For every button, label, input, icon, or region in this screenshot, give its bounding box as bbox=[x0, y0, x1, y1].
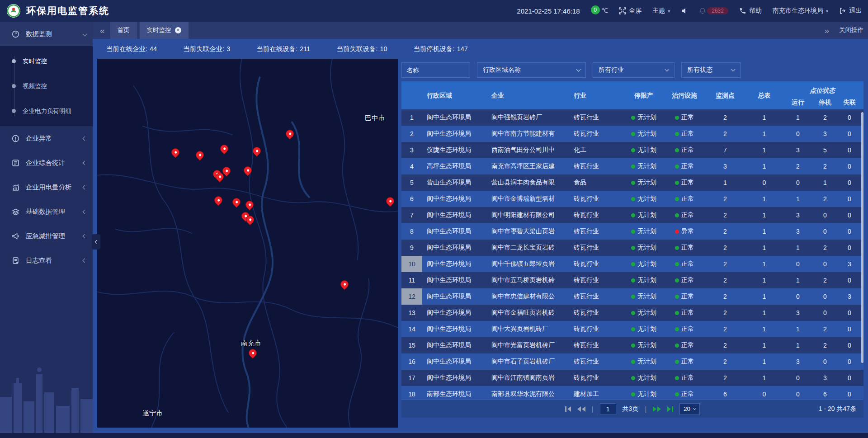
cell-run: 1 bbox=[783, 321, 813, 337]
table-row[interactable]: 9阆中生态环境局阆中市二龙长宝页岩砖砖瓦行业无计划正常21120 bbox=[401, 240, 863, 256]
tabbar-right: » 关闭操作 bbox=[821, 26, 863, 35]
stats-icon bbox=[12, 159, 19, 167]
industry-filter-select[interactable]: 所有行业 bbox=[593, 62, 675, 78]
cell-region: 营山生态环境局 bbox=[422, 174, 487, 191]
sidebar-item-企业用电量分析[interactable]: 企业用电量分析 bbox=[0, 175, 93, 199]
map-marker-icon[interactable] bbox=[253, 147, 261, 155]
tabs-scroll-right-icon[interactable]: » bbox=[821, 26, 832, 35]
map-marker-icon[interactable] bbox=[245, 201, 254, 209]
sidebar-item-数据监测[interactable]: 数据监测 bbox=[0, 22, 93, 46]
sidebar-subitem-企业电力负荷明细[interactable]: 企业电力负荷明细 bbox=[0, 99, 93, 123]
table-row[interactable]: 7阆中生态环境局阆中明阳建材有限公司砖瓦行业无计划正常21300 bbox=[401, 207, 863, 223]
sidebar-subitem-视频监控[interactable]: 视频监控 bbox=[0, 74, 93, 99]
map-marker-icon[interactable] bbox=[214, 196, 222, 204]
org-dropdown[interactable]: 南充市生态环境局 ▾ bbox=[773, 7, 828, 15]
first-page-button[interactable] bbox=[565, 406, 571, 412]
cell-region: 阆中生态环境局 bbox=[422, 207, 487, 223]
table-row[interactable]: 16阆中生态环境局阆中市石子页岩机砖厂砖瓦行业无计划正常21300 bbox=[401, 353, 863, 370]
cell-meter: 1 bbox=[745, 142, 783, 158]
map-marker-icon[interactable] bbox=[286, 130, 294, 138]
stat-label: 当前失联企业: bbox=[183, 45, 224, 52]
sidebar-item-日志查看[interactable]: 日志查看 bbox=[0, 248, 93, 273]
cell-facility: 正常 bbox=[664, 272, 705, 288]
table-row[interactable]: 10阆中生态环境局阆中千佛镇五郎垭页岩砖瓦行业无计划正常21003 bbox=[401, 256, 863, 272]
table-row[interactable]: 15阆中生态环境局阆中市光富页岩机砖厂砖瓦行业无计划正常21120 bbox=[401, 337, 863, 353]
cell-meter: 1 bbox=[745, 353, 783, 370]
sidebar-item-企业综合统计[interactable]: 企业综合统计 bbox=[0, 151, 93, 175]
table-scrollbar[interactable] bbox=[861, 112, 863, 363]
chevron-down-icon bbox=[576, 67, 581, 72]
table-row[interactable]: 5营山生态环境局营山县润丰肉食品有限食品无计划正常10010 bbox=[401, 174, 863, 191]
theme-dropdown[interactable]: 主题 ▾ bbox=[652, 7, 670, 15]
cell-num: 18 bbox=[401, 386, 422, 400]
cell-lost: 0 bbox=[837, 386, 862, 400]
prev-page-button[interactable] bbox=[577, 406, 585, 412]
table-row[interactable]: 18南部生态环境局南部县双华水泥有限公建材加工无计划正常60060 bbox=[401, 386, 863, 400]
map-marker-icon[interactable] bbox=[340, 280, 349, 288]
cell-company: 营山县润丰肉食品有限 bbox=[487, 174, 569, 191]
table-row[interactable]: 6阆中生态环境局阆中市金博瑞新型墙材砖瓦行业无计划正常21120 bbox=[401, 191, 863, 207]
table-row[interactable]: 11阆中生态环境局阆中市五马桥页岩机砖砖瓦行业无计划正常21120 bbox=[401, 272, 863, 288]
map-panel[interactable]: 巴中市南充市遂宁市 bbox=[97, 59, 398, 428]
map-city-label: 遂宁市 bbox=[142, 409, 163, 418]
sidebar-item-应急减排管理[interactable]: 应急减排管理 bbox=[0, 224, 93, 248]
cell-region: 阆中生态环境局 bbox=[422, 256, 487, 272]
map-marker-icon[interactable] bbox=[244, 166, 252, 174]
stats-bar: 当前在线企业:44当前失联企业:3当前在线设备:211当前失联设备:10当前停机… bbox=[93, 39, 868, 59]
cell-facility: 正常 bbox=[664, 370, 705, 386]
table-row[interactable]: 8阆中生态环境局阆中市枣碧大梁山页岩砖瓦行业无计划异常21300 bbox=[401, 223, 863, 240]
table-row[interactable]: 17阆中生态环境局阆中市江南镇阆南页岩砖瓦行业无计划正常21030 bbox=[401, 370, 863, 386]
table-row[interactable]: 4高坪生态环境局南充市高坪区王家店建砖瓦行业无计划正常31220 bbox=[401, 158, 863, 174]
fullscreen-button[interactable]: 全屏 bbox=[619, 7, 642, 15]
tab-realtime-monitor[interactable]: 实时监控 × bbox=[140, 22, 189, 39]
map-marker-icon[interactable] bbox=[249, 349, 257, 357]
page-number-input[interactable]: 1 bbox=[600, 403, 616, 415]
table-row[interactable]: 12阆中生态环境局阆中市忠信建材有限公砖瓦行业无计划正常21003 bbox=[401, 288, 863, 305]
table-row[interactable]: 3仪陇生态环境局西南油气田分公司川中化工无计划正常71350 bbox=[401, 142, 863, 158]
name-filter-input[interactable] bbox=[401, 62, 470, 78]
map-marker-icon[interactable] bbox=[171, 148, 179, 156]
cell-lost: 0 bbox=[837, 158, 862, 174]
cell-company: 阆中市南方节能建材有 bbox=[487, 126, 569, 142]
tab-home[interactable]: 首页 bbox=[110, 22, 137, 39]
map-marker-icon[interactable] bbox=[220, 145, 228, 153]
cell-meter: 1 bbox=[745, 223, 783, 240]
cell-run: 1 bbox=[783, 337, 813, 353]
status-dot-green bbox=[675, 327, 679, 331]
cell-facility: 异常 bbox=[664, 223, 705, 240]
sidebar-item-基础数据管理[interactable]: 基础数据管理 bbox=[0, 199, 93, 224]
next-page-button[interactable] bbox=[653, 406, 661, 412]
sidebar-item-label: 企业异常 bbox=[26, 134, 77, 143]
close-operations-button[interactable]: 关闭操作 bbox=[839, 26, 863, 34]
notification-bell[interactable]: 2632 bbox=[699, 7, 728, 14]
last-page-button[interactable] bbox=[667, 406, 673, 412]
logout-button[interactable]: 退出 bbox=[839, 7, 862, 15]
region-filter-select[interactable]: 行政区域名称 bbox=[477, 62, 586, 78]
map-marker-icon[interactable] bbox=[386, 197, 394, 205]
map-marker-icon[interactable] bbox=[196, 151, 204, 159]
tabs-scroll-left-icon[interactable]: « bbox=[97, 26, 108, 35]
collapse-panel-button[interactable] bbox=[92, 234, 100, 250]
status-filter-select[interactable]: 所有状态 bbox=[681, 62, 741, 78]
table-row[interactable]: 13阆中生态环境局阆中市金福旺页岩机砖砖瓦行业无计划正常21300 bbox=[401, 305, 863, 321]
cell-num: 1 bbox=[401, 109, 422, 126]
table-row[interactable]: 2阆中生态环境局阆中市南方节能建材有砖瓦行业无计划正常21030 bbox=[401, 126, 863, 142]
sidebar-item-企业异常[interactable]: 企业异常 bbox=[0, 126, 93, 151]
cell-industry: 砖瓦行业 bbox=[569, 272, 623, 288]
sidebar-subitem-实时监控[interactable]: 实时监控 bbox=[0, 49, 93, 74]
table-row[interactable]: 14阆中生态环境局阆中大兴页岩机砖厂砖瓦行业无计划正常21120 bbox=[401, 321, 863, 337]
status-dot-green bbox=[675, 376, 679, 380]
help-button[interactable]: 帮助 bbox=[739, 7, 762, 15]
cell-num: 7 bbox=[401, 207, 422, 223]
sidebar-item-label: 企业综合统计 bbox=[26, 159, 77, 167]
map-marker-icon[interactable] bbox=[216, 173, 224, 181]
chevron-left-icon bbox=[83, 185, 87, 189]
table-row[interactable]: 1阆中生态环境局阆中强锐页岩砖厂砖瓦行业无计划正常21120 bbox=[401, 109, 863, 126]
map-marker-icon[interactable] bbox=[246, 216, 254, 224]
speaker-button[interactable] bbox=[681, 7, 688, 14]
cell-stop: 2 bbox=[813, 191, 837, 207]
close-tab-icon[interactable]: × bbox=[175, 27, 181, 33]
map-marker-icon[interactable] bbox=[232, 198, 241, 206]
page-size-select[interactable]: 20 bbox=[679, 403, 700, 415]
cell-stop: 6 bbox=[813, 386, 837, 400]
